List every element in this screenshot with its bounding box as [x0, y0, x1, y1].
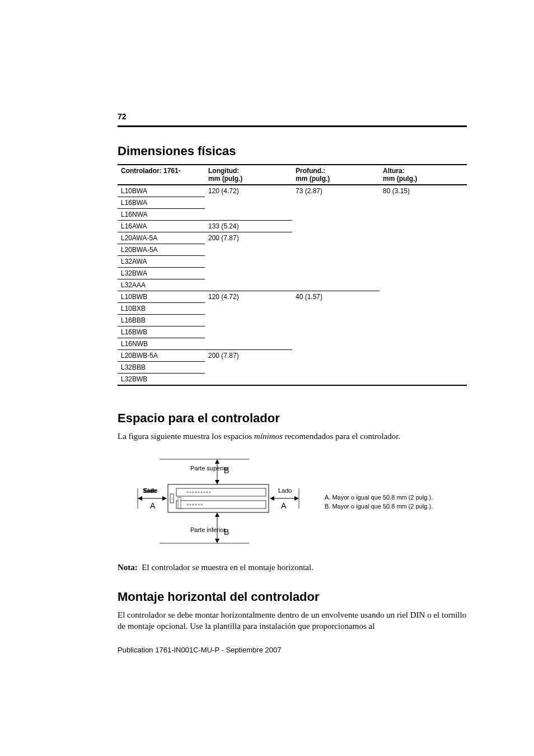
heading-dimensiones: Dimensiones físicas — [118, 144, 467, 158]
table-row: L32BWB — [118, 374, 467, 386]
table-cell: 120 (4.72) — [205, 185, 292, 197]
label-top: Parte superior — [190, 465, 229, 472]
table-cell — [205, 338, 292, 350]
table-cell: L32AWA — [118, 256, 205, 268]
table-cell — [380, 374, 467, 386]
svg-marker-31 — [162, 496, 167, 501]
table-cell: L20AWA-5A — [118, 232, 205, 244]
th-depth-l1: Profund.: — [296, 167, 325, 175]
table-cell — [380, 315, 467, 326]
table-cell: 133 (5.24) — [205, 221, 292, 232]
table-cell — [205, 315, 292, 326]
table-cell: L16NWB — [118, 338, 205, 350]
table-cell — [380, 244, 467, 256]
table-cell — [292, 256, 380, 268]
svg-rect-22 — [178, 497, 181, 508]
th-height: Altura: mm (pulg.) — [380, 165, 467, 185]
label-b-bottom: B — [224, 528, 229, 536]
table-cell — [292, 244, 380, 256]
heading-espacio: Espacio para el controlador — [118, 411, 467, 426]
table-row: L10BWB120 (4.72)40 (1.57) — [118, 291, 467, 303]
legend-b: B. Mayor o igual que 50.8 mm (2 pulg.). — [325, 502, 433, 511]
table-row: L32AAA — [118, 279, 467, 291]
table-cell — [292, 350, 380, 362]
table-cell — [205, 268, 292, 279]
dimensions-table: Controlador: 1761- Longitud: mm (pulg.) … — [118, 164, 467, 386]
table-cell — [380, 232, 467, 244]
table-row: L16AWA133 (5.24) — [118, 221, 467, 232]
table-row: L20BWA-5A — [118, 244, 467, 256]
table-row: L16BWB — [118, 326, 467, 338]
table-cell — [292, 362, 380, 374]
table-cell: L16BBB — [118, 315, 205, 326]
table-cell: L32BWA — [118, 268, 205, 279]
montaje-para: El controlador se debe montar horizontal… — [118, 610, 467, 632]
table-row: L16BWA — [118, 197, 467, 209]
table-cell: L32AAA — [118, 279, 205, 291]
table-cell — [292, 315, 380, 326]
label-a-right: A — [281, 501, 287, 510]
th-length: Longitud: mm (pulg.) — [205, 165, 292, 185]
table-cell: L10BWA — [118, 185, 205, 197]
table-cell — [292, 338, 380, 350]
table-cell: L32BBB — [118, 362, 205, 374]
note-line: Nota: El controlador se muestra en el mo… — [118, 562, 467, 573]
table-cell: L10BWB — [118, 291, 205, 303]
th-depth-l2: mm (pulg.) — [296, 175, 330, 183]
table-row: L32BBB — [118, 362, 467, 374]
table-cell: L10BXB — [118, 303, 205, 315]
table-cell: 73 (2.87) — [292, 185, 380, 197]
spacing-figure: ▷ — [134, 454, 467, 551]
table-cell — [205, 209, 292, 221]
table-row: L10BXB — [118, 303, 467, 315]
th-controller-l1: Controlador: 1761- — [121, 167, 181, 175]
table-cell — [205, 197, 292, 209]
table-cell — [380, 362, 467, 374]
table-cell — [380, 221, 467, 232]
table-cell — [380, 256, 467, 268]
th-controller: Controlador: 1761- — [118, 165, 205, 185]
intro-post: recomendados para el controlador. — [283, 432, 400, 441]
table-cell — [292, 279, 380, 291]
label-side-left-struck: Side — [144, 487, 156, 494]
table-cell: 200 (7.87) — [205, 350, 292, 362]
table-row: L16BBB — [118, 315, 467, 326]
label-b-top: B — [224, 466, 229, 475]
table-cell — [205, 362, 292, 374]
th-height-l1: Altura: — [383, 167, 405, 175]
th-height-l2: mm (pulg.) — [383, 175, 417, 183]
table-cell: 120 (4.72) — [205, 291, 292, 303]
table-cell — [205, 279, 292, 291]
table-cell — [205, 374, 292, 386]
table-cell: L16NWA — [118, 209, 205, 221]
table-cell — [205, 256, 292, 268]
intro-italic: mínimos — [254, 432, 283, 441]
table-cell — [380, 326, 467, 338]
table-cell — [380, 209, 467, 221]
table-row: L10BWA120 (4.72)73 (2.87)80 (3.15) — [118, 185, 467, 197]
table-cell — [380, 350, 467, 362]
svg-marker-35 — [294, 496, 299, 501]
table-cell: L16AWA — [118, 221, 205, 232]
table-cell: 200 (7.87) — [205, 232, 292, 244]
table-cell: L32BWB — [118, 374, 205, 386]
note-label: Nota: — [118, 563, 138, 572]
table-header-row: Controlador: 1761- Longitud: mm (pulg.) … — [118, 165, 467, 185]
table-cell — [292, 303, 380, 315]
table-cell — [380, 291, 467, 303]
th-length-l1: Longitud: — [208, 167, 239, 175]
intro-pre: La figura siguiente muestra los espacios — [118, 432, 254, 441]
table-cell — [205, 244, 292, 256]
publication-footer: Publication 1761-IN001C-MU-P - Septiembr… — [118, 646, 467, 654]
page-number: 72 — [118, 112, 467, 121]
heading-montaje: Montaje horizontal del controlador — [118, 590, 467, 604]
label-bottom: Parte inferior — [190, 526, 226, 533]
table-cell — [292, 232, 380, 244]
table-row: L32AWA — [118, 256, 467, 268]
table-cell — [292, 326, 380, 338]
espacio-intro: La figura siguiente muestra los espacios… — [118, 431, 467, 442]
svg-marker-28 — [215, 539, 219, 543]
svg-marker-27 — [215, 512, 219, 517]
table-cell — [205, 303, 292, 315]
table-cell — [380, 197, 467, 209]
